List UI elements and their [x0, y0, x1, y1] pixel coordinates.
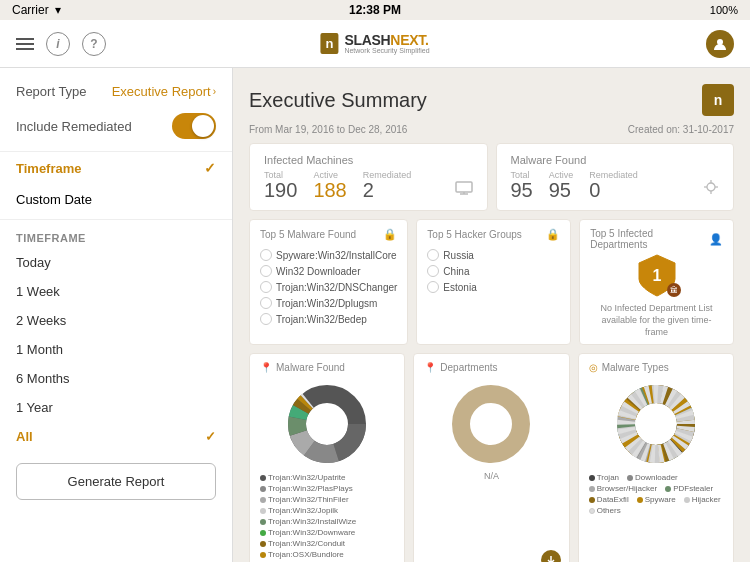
- page-title: Executive Summary: [249, 89, 427, 112]
- include-remediated-toggle[interactable]: [172, 113, 216, 139]
- created-on-label: Created on: 31-10-2017: [628, 124, 734, 135]
- sidebar: Report Type Executive Report › Include R…: [0, 68, 233, 562]
- include-remediated-label: Include Remediated: [16, 119, 132, 134]
- top5-malware-item-3: Trojan:Win32/Dplugsm: [260, 295, 397, 311]
- sidebar-item-timeframe[interactable]: Timeframe ✓: [0, 152, 232, 184]
- top5-malware-title: Top 5 Malware Found: [260, 229, 356, 240]
- svg-text:1: 1: [652, 267, 661, 284]
- malware-types-icon: ◎: [589, 362, 598, 373]
- timeframe-2weeks[interactable]: 2 Weeks: [0, 306, 232, 335]
- malware-chart-title: Malware Found: [276, 362, 345, 373]
- logo-next: NEXT.: [390, 32, 428, 48]
- report-type-value[interactable]: Executive Report ›: [112, 84, 216, 99]
- malware-chart-card: 📍 Malware Found: [249, 353, 405, 562]
- top5-malware-card: Top 5 Malware Found 🔒 Spyware:Win32/Inst…: [249, 219, 408, 345]
- page-logo: n: [702, 84, 734, 116]
- malware-types-legend: Trojan Downloader Browser/Hijacker PDFst…: [589, 473, 723, 515]
- departments-na-label: N/A: [424, 471, 558, 481]
- all-check-icon: ✓: [205, 429, 216, 444]
- chevron-right-icon: ›: [213, 86, 216, 97]
- person-icon: 👤: [709, 233, 723, 246]
- logo-subtitle: Network Security Simplified: [344, 47, 429, 54]
- timeframe-1month[interactable]: 1 Month: [0, 335, 232, 364]
- top5-malware-item-0: Spyware:Win32/InstallCore: [260, 247, 397, 263]
- svg-point-21: [472, 405, 510, 443]
- check-icon: ✓: [204, 160, 216, 176]
- malware-remediated: 0: [589, 180, 638, 200]
- top5-hackers-title: Top 5 Hacker Groups: [427, 229, 522, 240]
- infected-active: 188: [313, 180, 346, 200]
- top5-malware-item-1: Win32 Downloader: [260, 263, 397, 279]
- top5-hackers-item-1: China: [427, 263, 560, 279]
- no-department-list: 1 🏛 No Infected Department List availabl…: [590, 256, 723, 336]
- infected-remediated: 2: [363, 180, 412, 200]
- logo-n: n: [325, 36, 333, 51]
- status-bar-left: Carrier ▾: [12, 3, 61, 17]
- lock-icon: 🔒: [383, 228, 397, 241]
- info-button[interactable]: i: [46, 32, 70, 56]
- infected-total: 190: [264, 180, 297, 200]
- user-avatar[interactable]: [706, 30, 734, 58]
- malware-donut-chart: [287, 384, 367, 464]
- main-content: Executive Summary n From Mar 19, 2016 to…: [233, 68, 750, 562]
- sidebar-item-custom-date[interactable]: Custom Date: [0, 184, 232, 215]
- malware-chart-pin: 📍: [260, 362, 272, 373]
- app-logo: n SLASHNEXT. Network Security Simplified: [320, 33, 429, 54]
- timeframe-today[interactable]: Today: [0, 248, 232, 277]
- infected-machines-card: Infected Machines Total 190 Active 188 R…: [249, 143, 488, 211]
- logo-slash: SLASH: [344, 32, 390, 48]
- malware-found-card: Malware Found Total 95 Active 95 Remedia…: [496, 143, 735, 211]
- top5-hackers-item-2: Estonia: [427, 279, 560, 295]
- svg-rect-1: [456, 182, 472, 192]
- date-range-label: From Mar 19, 2016 to Dec 28, 2016: [249, 124, 407, 135]
- top5-departments-card: Top 5 Infected Departments 👤 1 🏛: [579, 219, 734, 345]
- svg-point-30: [637, 405, 675, 443]
- timeframe-section-label: TIMEFRAME: [0, 224, 232, 248]
- wifi-icon: ▾: [55, 3, 61, 17]
- status-bar-time: 12:38 PM: [349, 3, 401, 17]
- help-button[interactable]: ?: [82, 32, 106, 56]
- no-list-message: No Infected Department List available fo…: [590, 303, 723, 338]
- top5-departments-title: Top 5 Infected Departments: [590, 228, 709, 250]
- malware-active: 95: [549, 180, 574, 200]
- malware-chart-legend: Trojan:Win32/Upatrite Trojan:Win32/PlasP…: [260, 473, 394, 562]
- malware-types-chart-card: ◎ Malware Types: [578, 353, 734, 562]
- generate-report-button[interactable]: Generate Report: [16, 463, 216, 500]
- timeframe-1week[interactable]: 1 Week: [0, 277, 232, 306]
- infected-machines-title: Infected Machines: [264, 154, 473, 166]
- svg-point-19: [308, 405, 346, 443]
- malware-types-title: Malware Types: [602, 362, 669, 373]
- departments-chart-card: 📍 Departments N/A: [413, 353, 569, 562]
- lock-icon-2: 🔒: [546, 228, 560, 241]
- top5-malware-item-2: Trojan:Win32/DNSChanger: [260, 279, 397, 295]
- svg-point-4: [707, 183, 715, 191]
- timeframe-all[interactable]: All ✓: [0, 422, 232, 451]
- malware-types-donut-chart: [616, 384, 696, 464]
- status-bar-right: 100%: [710, 4, 738, 16]
- menu-button[interactable]: [16, 38, 34, 50]
- report-type-label: Report Type: [16, 84, 87, 99]
- download-button[interactable]: [541, 550, 561, 562]
- top5-hackers-card: Top 5 Hacker Groups 🔒 Russia China Eston…: [416, 219, 571, 345]
- top5-hackers-item-0: Russia: [427, 247, 560, 263]
- top5-malware-item-4: Trojan:Win32/Bedep: [260, 311, 397, 327]
- timeframe-6months[interactable]: 6 Months: [0, 364, 232, 393]
- computer-icon: [455, 179, 473, 200]
- carrier-label: Carrier: [12, 3, 49, 17]
- malware-total: 95: [511, 180, 533, 200]
- malware-found-title: Malware Found: [511, 154, 720, 166]
- departments-chart-title: Departments: [440, 362, 497, 373]
- departments-chart-pin: 📍: [424, 362, 436, 373]
- timeframe-1year[interactable]: 1 Year: [0, 393, 232, 422]
- bug-icon: [703, 179, 719, 200]
- departments-donut-chart: [451, 384, 531, 464]
- battery-label: 100%: [710, 4, 738, 16]
